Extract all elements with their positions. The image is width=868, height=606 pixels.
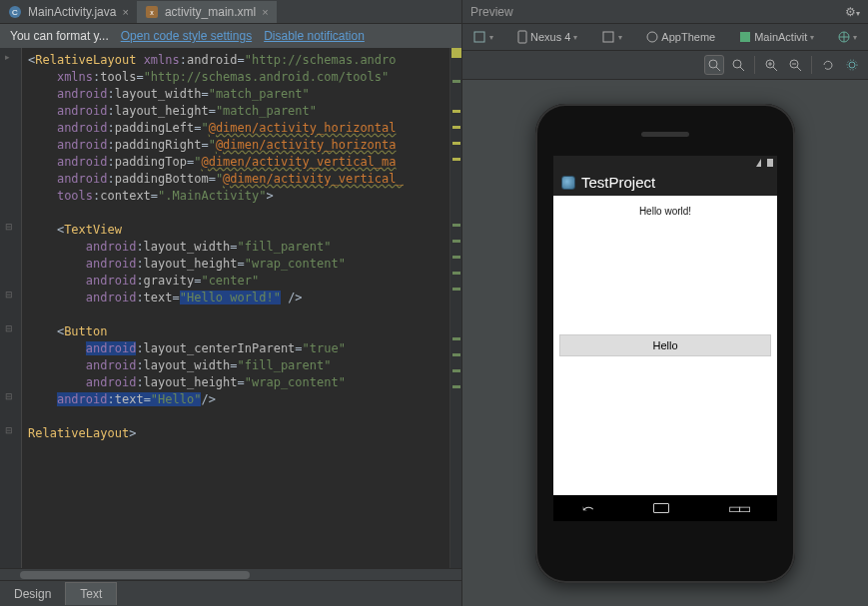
svg-line-14 (740, 67, 744, 71)
app-title: TestProject (581, 174, 655, 191)
code-editor[interactable]: <RelativeLayout xmlns:android="http://sc… (22, 48, 449, 568)
disable-notification-link[interactable]: Disable notification (264, 29, 365, 43)
activity-icon (739, 31, 751, 43)
gear-icon (845, 58, 859, 72)
java-file-icon: C (8, 5, 22, 19)
xml-file-icon: x (145, 5, 159, 19)
render-config-button[interactable]: ▾ (468, 28, 497, 46)
theme-selector[interactable]: AppTheme (642, 29, 719, 45)
notification-message: You can format y... (10, 29, 109, 43)
layout-editor-mode-tabs: Design Text (0, 580, 461, 606)
editor-tabs: C MainActivity.java × x activity_main.xm… (0, 0, 461, 24)
svg-point-13 (733, 60, 741, 68)
home-icon[interactable] (653, 503, 669, 513)
orientation-icon (601, 30, 615, 44)
device-icon (517, 30, 527, 44)
svg-rect-6 (603, 32, 613, 42)
app-content: Hello world! Hello (553, 196, 777, 495)
svg-point-7 (647, 32, 657, 42)
close-icon[interactable]: × (262, 6, 268, 18)
status-bar (553, 156, 777, 170)
preview-canvas: TestProject Hello world! Hello ⤺ ▭▭ (462, 80, 868, 606)
device-screen: TestProject Hello world! Hello ⤺ ▭▭ (553, 156, 777, 521)
theme-icon (646, 31, 658, 43)
zoom-icon (731, 58, 745, 72)
recents-icon[interactable]: ▭▭ (728, 500, 748, 516)
preview-header: Preview ⚙▾ (462, 0, 868, 24)
svg-text:C: C (12, 8, 18, 17)
editor-horizontal-scrollbar[interactable] (0, 568, 461, 580)
tab-activity-main-xml[interactable]: x activity_main.xml × (137, 1, 277, 23)
svg-line-18 (773, 67, 777, 71)
locale-selector[interactable]: ▾ (834, 29, 861, 45)
zoom-fit-icon (707, 58, 721, 72)
tab-main-activity-java[interactable]: C MainActivity.java × (0, 1, 137, 23)
design-tab[interactable]: Design (0, 583, 65, 605)
zoom-in-icon (764, 58, 778, 72)
svg-rect-8 (740, 32, 750, 42)
navigation-bar: ⤺ ▭▭ (553, 495, 777, 521)
zoom-out-button[interactable] (785, 55, 805, 75)
preview-title: Preview (470, 5, 513, 19)
close-icon[interactable]: × (122, 6, 128, 18)
editor-notification-bar: You can format y... Open code style sett… (0, 24, 461, 48)
text-tab[interactable]: Text (65, 582, 117, 605)
activity-label: MainActivit (754, 31, 807, 43)
svg-rect-5 (518, 31, 526, 43)
refresh-icon (821, 58, 835, 72)
svg-rect-4 (474, 32, 484, 42)
text-view: Hello world! (553, 196, 777, 217)
device-selector[interactable]: Nexus 4▾ (513, 28, 581, 46)
theme-label: AppTheme (661, 31, 715, 43)
open-code-style-link[interactable]: Open code style settings (121, 29, 252, 43)
app-icon (561, 176, 575, 190)
svg-point-11 (709, 60, 717, 68)
zoom-actual-button[interactable] (728, 55, 748, 75)
orientation-button[interactable]: ▾ (597, 28, 626, 46)
device-label: Nexus 4 (530, 31, 570, 43)
gear-icon[interactable]: ⚙▾ (845, 5, 860, 19)
svg-line-12 (716, 67, 720, 71)
editor-marker-bar (449, 48, 461, 568)
globe-icon (838, 31, 850, 43)
zoom-to-fit-button[interactable] (704, 55, 724, 75)
zoom-in-button[interactable] (761, 55, 781, 75)
device-frame: TestProject Hello world! Hello ⤺ ▭▭ (535, 104, 795, 583)
settings-button[interactable] (842, 55, 862, 75)
action-bar: TestProject (553, 170, 777, 196)
palette-icon (472, 30, 486, 44)
svg-text:x: x (150, 9, 154, 16)
activity-selector[interactable]: MainActivit▾ (735, 29, 818, 45)
zoom-out-icon (788, 58, 802, 72)
tab-label: MainActivity.java (28, 5, 116, 19)
editor-gutter: ▸ ⊟ ⊟ ⊟ ⊟ ⊟ (0, 48, 22, 568)
tab-label: activity_main.xml (165, 5, 256, 19)
svg-point-22 (849, 62, 855, 68)
back-icon[interactable]: ⤺ (582, 500, 594, 516)
refresh-button[interactable] (818, 55, 838, 75)
preview-toolbar-2 (462, 51, 868, 80)
svg-line-21 (797, 67, 801, 71)
preview-toolbar-1: ▾ Nexus 4▾ ▾ AppTheme MainActivit▾ (462, 24, 868, 51)
app-button[interactable]: Hello (559, 334, 771, 356)
